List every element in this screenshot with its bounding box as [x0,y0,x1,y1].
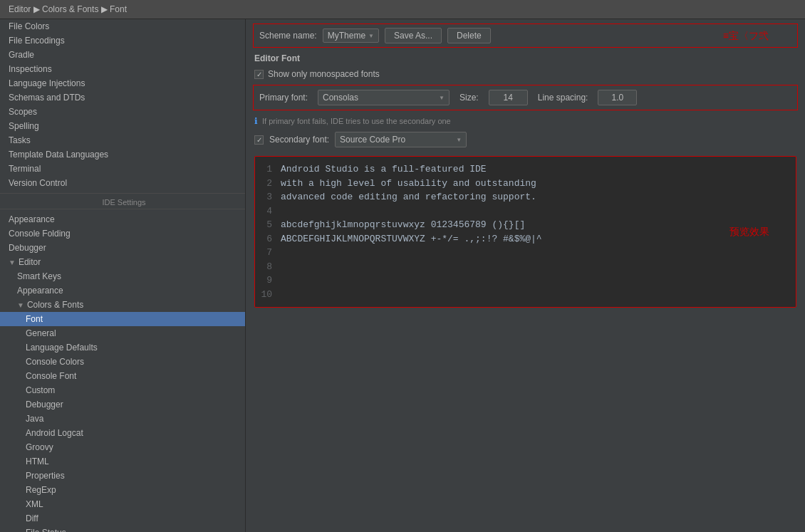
size-input[interactable] [489,90,528,105]
sidebar-item-debugger[interactable]: Debugger [0,241,245,255]
sidebar-item-regexp[interactable]: RegExp [0,483,245,497]
sidebar-item-schemas-and-dtds[interactable]: Schemas and DTDs [0,90,245,105]
sidebar-item-file-status[interactable]: File Status [0,526,245,532]
sidebar-item-console-colors[interactable]: Console Colors [0,355,245,369]
line-number: 9 [261,273,272,288]
preview-line: 8 [261,260,790,274]
sidebar-item-xml[interactable]: XML [0,497,245,511]
size-label: Size: [459,93,479,103]
sidebar-item-spelling[interactable]: Spelling [0,119,245,133]
preview-line: 9 [261,273,790,288]
sidebar-item-terminal[interactable]: Terminal [0,162,245,176]
line-number: 1 [261,162,272,177]
line-number: 10 [261,288,272,302]
preview-line: 4 [261,204,790,219]
title-bar: Editor ▶ Colors & Fonts ▶ Font [0,0,805,19]
sidebar-item-inspections[interactable]: Inspections [0,62,245,76]
secondary-font-arrow-icon: ▼ [456,137,462,143]
preview-line: 10 [261,288,790,302]
scheme-row: Scheme name: MyTheme ▼ Save As... Delete… [253,24,798,48]
arrow-down-icon-2: ▼ [17,301,24,309]
sidebar-item-java[interactable]: Java [0,412,245,426]
breadcrumb: Editor ▶ Colors & Fonts ▶ Font [9,4,127,14]
primary-font-label: Primary font: [259,93,308,103]
primary-font-value: Consolas [323,93,436,103]
sidebar-item-editor-label: Editor [19,257,41,267]
sidebar-item-editor[interactable]: ▼ Editor [0,255,245,269]
preview-line: 1Android Studio is a full-featured IDE [261,162,790,177]
line-spacing-input[interactable] [598,90,637,105]
sidebar-item-console-font[interactable]: Console Font [0,369,245,383]
sidebar-item-custom[interactable]: Custom [0,383,245,397]
sidebar-item-groovy[interactable]: Groovy [0,440,245,454]
line-content: ABCDEFGHIJKLMNOPQRSTUVWXYZ +-*/= .,;:!? … [281,232,542,246]
primary-font-dropdown[interactable]: Consolas ▼ [318,90,450,105]
preview-outer: 1Android Studio is a full-featured IDE2w… [246,156,805,308]
editor-font-header: Editor Font [246,48,805,66]
sidebar-item-console-folding[interactable]: Console Folding [0,226,245,241]
font-controls-bordered: Primary font: Consolas ▼ Size: Line spac… [253,85,798,110]
preview-line: 6ABCDEFGHIJKLMNOPQRSTUVWXYZ +-*/= .,;:!?… [261,232,790,246]
sidebar-item-debugger-colors[interactable]: Debugger [0,397,245,412]
sidebar: File Colors File Encodings Gradle Inspec… [0,19,246,532]
delete-button[interactable]: Delete [447,28,491,43]
preview-line: 2with a high level of usability and outs… [261,177,790,191]
preview-line: 7 [261,246,790,260]
sidebar-item-colors-fonts-label: Colors & Fonts [27,300,83,310]
show-monospaced-checkbox[interactable]: ✓ [254,70,264,79]
preview-line: 3advanced code editing and refactoring s… [261,190,790,204]
line-number: 8 [261,260,272,274]
sidebar-item-scopes[interactable]: Scopes [0,105,245,119]
sidebar-item-font[interactable]: Font [0,312,245,326]
sidebar-item-colors-fonts[interactable]: ▼ Colors & Fonts [0,298,245,312]
show-monospaced-label: Show only monospaced fonts [268,69,380,79]
sidebar-item-gradle[interactable]: Gradle [0,48,245,62]
secondary-font-row: ✓ Secondary font: Source Code Pro ▼ [246,129,805,150]
sidebar-item-html[interactable]: HTML [0,454,245,469]
fallback-info-text: If primary font fails, IDE tries to use … [262,117,451,125]
scheme-value: MyTheme [328,31,365,41]
sidebar-item-version-control[interactable]: Version Control [0,176,245,190]
preview-line: 5abcdefghijklmnopqrstuvwxyz 0123456789 (… [261,218,790,232]
annotation-1: ≡宝〈フ弐 [723,30,769,43]
sidebar-item-template-data-languages[interactable]: Template Data Languages [0,147,245,162]
sidebar-item-appearance[interactable]: Appearance [0,212,245,226]
sidebar-item-android-logcat[interactable]: Android Logcat [0,426,245,440]
line-content: Android Studio is a full-featured IDE [281,162,487,177]
line-number: 7 [261,246,272,260]
line-content: advanced code editing and refactoring su… [281,190,536,204]
scheme-dropdown[interactable]: MyTheme ▼ [323,28,379,43]
primary-font-arrow-icon: ▼ [439,95,445,101]
secondary-font-label: Secondary font: [269,135,329,145]
line-number: 5 [261,218,272,232]
line-content: abcdefghijklmnopqrstuvwxyz 0123456789 ()… [281,218,525,232]
preview-area: 1Android Studio is a full-featured IDE2w… [254,156,796,308]
line-content: with a high level of usability and outst… [281,177,536,191]
sidebar-item-diff[interactable]: Diff [0,511,245,526]
sidebar-item-file-colors[interactable]: File Colors [0,19,245,33]
sidebar-item-appearance-editor[interactable]: Appearance [0,283,245,298]
save-as-button[interactable]: Save As... [385,28,442,43]
dropdown-arrow-icon: ▼ [368,33,374,39]
ide-settings-section: IDE Settings [0,193,245,209]
sidebar-item-language-defaults[interactable]: Language Defaults [0,340,245,355]
line-spacing-label: Line spacing: [538,93,588,103]
secondary-font-dropdown[interactable]: Source Code Pro ▼ [335,132,467,147]
secondary-font-checkbox[interactable]: ✓ [254,135,264,145]
sidebar-item-file-encodings[interactable]: File Encodings [0,33,245,48]
sidebar-item-smart-keys[interactable]: Smart Keys [0,269,245,283]
sidebar-item-language-injections[interactable]: Language Injections [0,76,245,90]
secondary-font-value: Source Code Pro [340,135,453,145]
show-monospaced-row: ✓ Show only monospaced fonts [246,66,805,82]
line-number: 6 [261,232,272,246]
sidebar-item-properties[interactable]: Properties [0,469,245,483]
sidebar-item-general[interactable]: General [0,326,245,340]
line-number: 3 [261,190,272,204]
arrow-down-icon: ▼ [9,259,16,266]
content-area: Scheme name: MyTheme ▼ Save As... Delete… [246,19,805,532]
scheme-name-label: Scheme name: [259,31,317,41]
info-row: ℹ If primary font fails, IDE tries to us… [246,113,805,129]
sidebar-item-tasks[interactable]: Tasks [0,133,245,147]
line-number: 4 [261,204,272,219]
line-number: 2 [261,177,272,191]
